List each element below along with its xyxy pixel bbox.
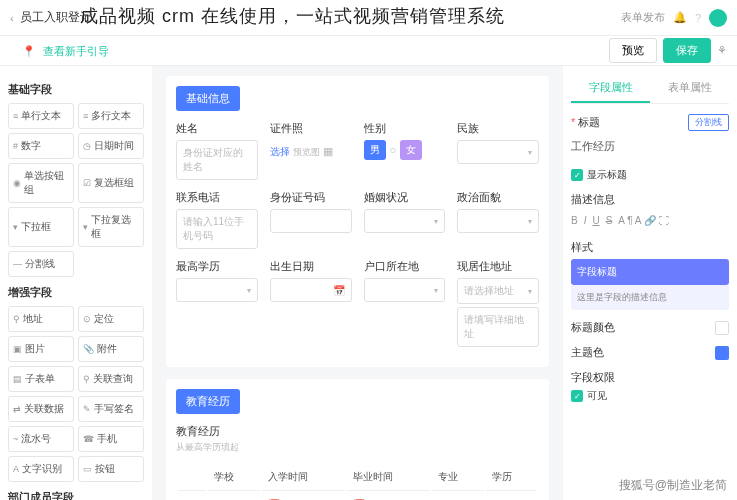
gender-radio[interactable]: 男○女 — [364, 140, 446, 160]
overlay-title: 成品视频 crm 在线使用，一站式视频营销管理系统 — [80, 4, 505, 28]
help-icon[interactable]: ? — [695, 12, 701, 24]
edu-label: 教育经历 — [176, 424, 539, 439]
field-type-item[interactable]: ✎手写签名 — [78, 396, 144, 422]
field-type-item[interactable]: ~流水号 — [8, 426, 74, 452]
visible-check[interactable]: ✓可见 — [571, 389, 729, 403]
pin-icon: 📍 — [22, 45, 36, 57]
avatar[interactable] — [709, 9, 727, 27]
form-canvas: 基础信息 姓名身份证对应的姓名证件照选择 预览图 ▦性别男○女民族▾联系电话请输… — [152, 66, 563, 500]
field-type-item[interactable]: ▾下拉框 — [8, 207, 74, 247]
field-type-item[interactable]: —分割线 — [8, 251, 74, 277]
field-type-item[interactable]: ▤子表单 — [8, 366, 74, 392]
guide-link[interactable]: 查看新手引导 — [43, 45, 109, 57]
watermark: 搜狐号@制造业老简 — [619, 477, 727, 494]
education-table: 学校入学时间毕业时间专业学历 1📅📅 — [176, 462, 539, 500]
title-label: 标题 — [578, 116, 600, 128]
field-type-item[interactable]: ⇄关联数据 — [8, 396, 74, 422]
field-type-item[interactable]: ☎手机 — [78, 426, 144, 452]
properties-panel: 字段属性 表单属性 * 标题分割线 工作经历 ✓显示标题 描述信息 B I U … — [563, 66, 737, 500]
field-type-item[interactable]: ◉单选按钮组 — [8, 163, 74, 203]
guide-bar: 📍 查看新手引导 — [10, 38, 121, 65]
sidebar: 基础字段 ≡单行文本≡多行文本#数字◷日期时间◉单选按钮组☑复选框组▾下拉框▾下… — [0, 66, 152, 500]
field-type-item[interactable]: ≡单行文本 — [8, 103, 74, 129]
preview-button[interactable]: 预览 — [609, 38, 657, 63]
field-type-item[interactable]: 📎附件 — [78, 336, 144, 362]
tab-field-props[interactable]: 字段属性 — [571, 74, 650, 103]
back-button[interactable]: ‹ — [10, 12, 14, 24]
style-preview-header: 字段标题 — [571, 259, 729, 285]
field-type-item[interactable]: ≡多行文本 — [78, 103, 144, 129]
field-type-item[interactable]: #数字 — [8, 133, 74, 159]
save-button[interactable]: 保存 — [663, 38, 711, 63]
field-type-item[interactable]: ☑复选框组 — [78, 163, 144, 203]
style-label: 样式 — [571, 240, 729, 255]
field-type-item[interactable]: ⚲关联查询 — [78, 366, 144, 392]
section-basic-info: 基础信息 — [176, 86, 240, 111]
field-type-item[interactable]: ⚲地址 — [8, 306, 74, 332]
segment-button[interactable]: 分割线 — [688, 114, 729, 131]
form-publish-label: 表单发布 — [621, 10, 665, 25]
basic-fields-title: 基础字段 — [8, 82, 144, 97]
theme-color-label: 主题色 — [571, 345, 604, 360]
desc-label: 描述信息 — [571, 192, 729, 207]
tab-form-props[interactable]: 表单属性 — [650, 74, 729, 103]
show-title-check[interactable]: ✓显示标题 — [571, 168, 729, 182]
style-preview-desc: 这里是字段的描述信息 — [571, 285, 729, 310]
title-color-swatch[interactable] — [715, 321, 729, 335]
title-color-label: 标题颜色 — [571, 320, 615, 335]
bell-icon[interactable]: 🔔 — [673, 11, 687, 24]
field-type-item[interactable]: ▣图片 — [8, 336, 74, 362]
rich-toolbar[interactable]: B I U S A ¶ A 🔗 ⛶ — [571, 211, 729, 230]
title-value[interactable]: 工作经历 — [571, 135, 729, 158]
field-type-item[interactable]: ▭按钮 — [78, 456, 144, 482]
field-type-item[interactable]: A文字识别 — [8, 456, 74, 482]
enhance-fields-title: 增强字段 — [8, 285, 144, 300]
field-type-item[interactable]: ◷日期时间 — [78, 133, 144, 159]
section-education: 教育经历 — [176, 389, 240, 414]
field-type-item[interactable]: ⊙定位 — [78, 306, 144, 332]
perm-label: 字段权限 — [571, 370, 729, 385]
edu-note: 从最高学历填起 — [176, 441, 539, 454]
dept-fields-title: 部门成员字段 — [8, 490, 144, 500]
theme-color-swatch[interactable] — [715, 346, 729, 360]
field-type-item[interactable]: ▾下拉复选框 — [78, 207, 144, 247]
share-icon[interactable]: ⚘ — [717, 44, 727, 57]
